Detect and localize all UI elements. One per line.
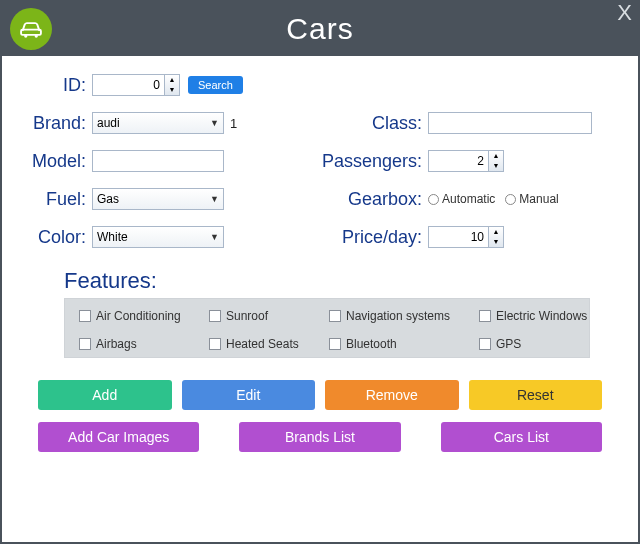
close-button[interactable]: X <box>617 0 632 26</box>
passengers-field[interactable] <box>428 150 488 172</box>
passengers-row: Passengers: ▲▼ <box>320 146 610 176</box>
class-label: Class: <box>320 113 428 134</box>
brands-list-button[interactable]: Brands List <box>239 422 400 452</box>
chevron-down-icon: ▼ <box>210 118 219 128</box>
chevron-down-icon: ▼ <box>210 194 219 204</box>
color-row: Color: White ▼ <box>30 222 310 252</box>
model-label: Model: <box>30 151 92 172</box>
passengers-spinner[interactable]: ▲▼ <box>488 150 504 172</box>
passengers-label: Passengers: <box>320 151 428 172</box>
feature-bt-checkbox[interactable]: Bluetooth <box>329 337 479 351</box>
features-panel: Air Conditioning Sunroof Navigation syst… <box>64 298 590 358</box>
feature-ac-checkbox[interactable]: Air Conditioning <box>79 309 209 323</box>
feature-ewin-checkbox[interactable]: Electric Windows <box>479 309 619 323</box>
chevron-down-icon: ▼ <box>210 232 219 242</box>
gearbox-manual-radio[interactable]: Manual <box>505 192 558 206</box>
color-select[interactable]: White ▼ <box>92 226 224 248</box>
brand-select[interactable]: audi ▼ <box>92 112 224 134</box>
reset-button[interactable]: Reset <box>469 380 603 410</box>
gearbox-automatic-radio[interactable]: Automatic <box>428 192 495 206</box>
fuel-label: Fuel: <box>30 189 92 210</box>
feature-airbags-checkbox[interactable]: Airbags <box>79 337 209 351</box>
class-field[interactable] <box>428 112 592 134</box>
class-row: Class: <box>320 108 610 138</box>
add-car-images-button[interactable]: Add Car Images <box>38 422 199 452</box>
model-field[interactable] <box>92 150 224 172</box>
price-label: Price/day: <box>320 227 428 248</box>
id-label: ID: <box>30 75 92 96</box>
fuel-row: Fuel: Gas ▼ <box>30 184 310 214</box>
add-button[interactable]: Add <box>38 380 172 410</box>
feature-nav-checkbox[interactable]: Navigation systems <box>329 309 479 323</box>
remove-button[interactable]: Remove <box>325 380 459 410</box>
model-row: Model: <box>30 146 310 176</box>
id-field[interactable] <box>92 74 164 96</box>
id-spinner[interactable]: ▲▼ <box>164 74 180 96</box>
page-title: Cars <box>2 12 638 46</box>
fuel-select[interactable]: Gas ▼ <box>92 188 224 210</box>
window-header: Cars X <box>2 2 638 56</box>
price-field[interactable] <box>428 226 488 248</box>
id-row: ID: ▲▼ Search <box>30 70 310 100</box>
color-label: Color: <box>30 227 92 248</box>
brand-label: Brand: <box>30 113 92 134</box>
features-heading: Features: <box>64 268 610 294</box>
feature-sunroof-checkbox[interactable]: Sunroof <box>209 309 329 323</box>
cars-list-button[interactable]: Cars List <box>441 422 602 452</box>
search-button[interactable]: Search <box>188 76 243 94</box>
brand-count: 1 <box>230 116 237 131</box>
gearbox-row: Gearbox: Automatic Manual <box>320 184 610 214</box>
gearbox-label: Gearbox: <box>320 189 428 210</box>
feature-gps-checkbox[interactable]: GPS <box>479 337 619 351</box>
cars-window: Cars X ID: ▲▼ Search Brand: audi ▼ <box>0 0 640 544</box>
brand-row: Brand: audi ▼ 1 <box>30 108 310 138</box>
feature-heated-checkbox[interactable]: Heated Seats <box>209 337 329 351</box>
price-spinner[interactable]: ▲▼ <box>488 226 504 248</box>
edit-button[interactable]: Edit <box>182 380 316 410</box>
price-row: Price/day: ▲▼ <box>320 222 610 252</box>
